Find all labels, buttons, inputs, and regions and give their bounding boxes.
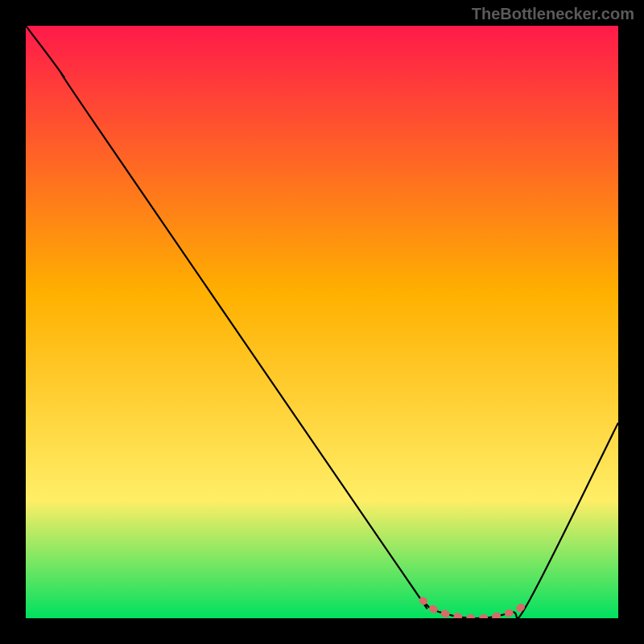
chart-svg bbox=[26, 26, 618, 618]
gradient-background bbox=[26, 26, 618, 618]
watermark-text: TheBottlenecker.com bbox=[472, 5, 634, 23]
bottleneck-chart bbox=[26, 26, 618, 618]
